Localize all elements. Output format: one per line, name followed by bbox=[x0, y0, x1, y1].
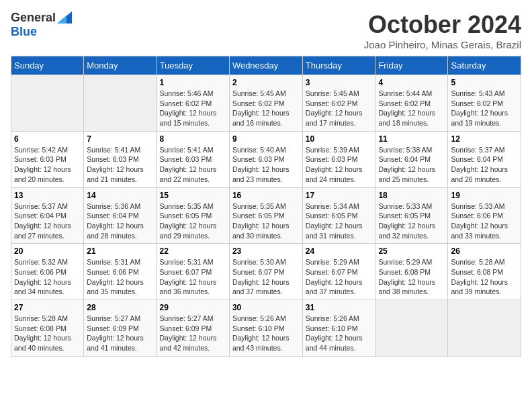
calendar-cell: 2Sunrise: 5:45 AMSunset: 6:02 PMDaylight… bbox=[229, 75, 302, 132]
day-header-tuesday: Tuesday bbox=[157, 56, 229, 75]
calendar-cell: 16Sunrise: 5:35 AMSunset: 6:05 PMDayligh… bbox=[229, 187, 302, 244]
calendar-cell: 26Sunrise: 5:28 AMSunset: 6:08 PMDayligh… bbox=[448, 244, 521, 300]
calendar-week-row: 6Sunrise: 5:42 AMSunset: 6:03 PMDaylight… bbox=[11, 131, 521, 187]
calendar-cell: 12Sunrise: 5:37 AMSunset: 6:04 PMDayligh… bbox=[448, 131, 521, 187]
month-title: October 2024 bbox=[364, 11, 521, 39]
calendar-week-row: 1Sunrise: 5:46 AMSunset: 6:02 PMDaylight… bbox=[11, 75, 521, 132]
title-section: October 2024 Joao Pinheiro, Minas Gerais… bbox=[364, 11, 521, 50]
calendar-cell: 19Sunrise: 5:33 AMSunset: 6:06 PMDayligh… bbox=[448, 187, 521, 244]
day-info: Sunrise: 5:45 AMSunset: 6:02 PMDaylight:… bbox=[232, 89, 300, 128]
day-info: Sunrise: 5:37 AMSunset: 6:04 PMDaylight:… bbox=[451, 145, 518, 185]
calendar-cell: 29Sunrise: 5:27 AMSunset: 6:09 PMDayligh… bbox=[157, 300, 229, 357]
calendar-cell: 18Sunrise: 5:33 AMSunset: 6:05 PMDayligh… bbox=[375, 187, 448, 244]
calendar-cell: 7Sunrise: 5:41 AMSunset: 6:03 PMDaylight… bbox=[84, 131, 157, 187]
calendar-cell: 5Sunrise: 5:43 AMSunset: 6:02 PMDaylight… bbox=[448, 75, 521, 132]
calendar-cell: 21Sunrise: 5:31 AMSunset: 6:06 PMDayligh… bbox=[84, 244, 157, 300]
day-info: Sunrise: 5:43 AMSunset: 6:02 PMDaylight:… bbox=[451, 89, 518, 128]
day-info: Sunrise: 5:33 AMSunset: 6:06 PMDaylight:… bbox=[451, 201, 518, 241]
day-number: 21 bbox=[87, 246, 153, 256]
day-info: Sunrise: 5:36 AMSunset: 6:04 PMDaylight:… bbox=[87, 201, 153, 241]
logo-icon bbox=[57, 11, 72, 24]
day-info: Sunrise: 5:33 AMSunset: 6:05 PMDaylight:… bbox=[378, 201, 445, 241]
day-number: 10 bbox=[306, 134, 373, 144]
day-info: Sunrise: 5:31 AMSunset: 6:06 PMDaylight:… bbox=[87, 257, 153, 297]
day-number: 6 bbox=[14, 134, 81, 144]
calendar-cell: 30Sunrise: 5:26 AMSunset: 6:10 PMDayligh… bbox=[229, 300, 302, 357]
day-info: Sunrise: 5:46 AMSunset: 6:02 PMDaylight:… bbox=[160, 89, 226, 128]
day-number: 28 bbox=[87, 303, 153, 312]
day-info: Sunrise: 5:30 AMSunset: 6:07 PMDaylight:… bbox=[232, 257, 300, 297]
location: Joao Pinheiro, Minas Gerais, Brazil bbox=[364, 39, 521, 50]
day-number: 29 bbox=[160, 303, 226, 312]
day-number: 26 bbox=[451, 246, 518, 256]
calendar-cell: 10Sunrise: 5:39 AMSunset: 6:03 PMDayligh… bbox=[302, 131, 375, 187]
calendar-cell: 28Sunrise: 5:27 AMSunset: 6:09 PMDayligh… bbox=[84, 300, 157, 357]
day-number: 4 bbox=[378, 78, 445, 87]
day-header-friday: Friday bbox=[375, 56, 448, 75]
calendar-cell: 1Sunrise: 5:46 AMSunset: 6:02 PMDaylight… bbox=[157, 75, 229, 132]
calendar-cell: 24Sunrise: 5:29 AMSunset: 6:07 PMDayligh… bbox=[302, 244, 375, 300]
day-number: 2 bbox=[232, 78, 300, 87]
day-number: 11 bbox=[378, 134, 445, 144]
calendar-cell: 4Sunrise: 5:44 AMSunset: 6:02 PMDaylight… bbox=[375, 75, 448, 132]
day-number: 24 bbox=[306, 246, 373, 256]
calendar-week-row: 13Sunrise: 5:37 AMSunset: 6:04 PMDayligh… bbox=[11, 187, 521, 244]
day-number: 17 bbox=[306, 191, 373, 200]
day-header-saturday: Saturday bbox=[448, 56, 521, 75]
day-number: 16 bbox=[232, 191, 300, 200]
day-header-thursday: Thursday bbox=[302, 56, 375, 75]
calendar-week-row: 27Sunrise: 5:28 AMSunset: 6:08 PMDayligh… bbox=[11, 300, 521, 357]
day-number: 12 bbox=[451, 134, 518, 144]
calendar-cell bbox=[84, 75, 157, 132]
day-info: Sunrise: 5:32 AMSunset: 6:06 PMDaylight:… bbox=[14, 257, 81, 297]
calendar-cell: 6Sunrise: 5:42 AMSunset: 6:03 PMDaylight… bbox=[11, 131, 84, 187]
day-info: Sunrise: 5:37 AMSunset: 6:04 PMDaylight:… bbox=[14, 201, 81, 241]
calendar-cell bbox=[11, 75, 84, 132]
day-header-sunday: Sunday bbox=[11, 56, 84, 75]
calendar-cell: 27Sunrise: 5:28 AMSunset: 6:08 PMDayligh… bbox=[11, 300, 84, 357]
day-info: Sunrise: 5:42 AMSunset: 6:03 PMDaylight:… bbox=[14, 145, 81, 185]
day-info: Sunrise: 5:31 AMSunset: 6:07 PMDaylight:… bbox=[160, 257, 226, 297]
page-header: General Blue October 2024 Joao Pinheiro,… bbox=[11, 11, 521, 50]
day-info: Sunrise: 5:27 AMSunset: 6:09 PMDaylight:… bbox=[87, 314, 153, 353]
day-info: Sunrise: 5:28 AMSunset: 6:08 PMDaylight:… bbox=[14, 314, 81, 353]
day-number: 9 bbox=[232, 134, 300, 144]
day-number: 14 bbox=[87, 191, 153, 200]
day-number: 23 bbox=[232, 246, 300, 256]
calendar-cell: 23Sunrise: 5:30 AMSunset: 6:07 PMDayligh… bbox=[229, 244, 302, 300]
day-number: 25 bbox=[378, 246, 445, 256]
calendar-cell: 25Sunrise: 5:29 AMSunset: 6:08 PMDayligh… bbox=[375, 244, 448, 300]
calendar-cell: 17Sunrise: 5:34 AMSunset: 6:05 PMDayligh… bbox=[302, 187, 375, 244]
calendar-cell: 3Sunrise: 5:45 AMSunset: 6:02 PMDaylight… bbox=[302, 75, 375, 132]
day-header-monday: Monday bbox=[84, 56, 157, 75]
day-header-wednesday: Wednesday bbox=[229, 56, 302, 75]
day-info: Sunrise: 5:34 AMSunset: 6:05 PMDaylight:… bbox=[306, 201, 373, 241]
logo: General Blue bbox=[11, 11, 72, 39]
calendar-cell: 15Sunrise: 5:35 AMSunset: 6:05 PMDayligh… bbox=[157, 187, 229, 244]
calendar-cell: 11Sunrise: 5:38 AMSunset: 6:04 PMDayligh… bbox=[375, 131, 448, 187]
day-number: 20 bbox=[14, 246, 81, 256]
day-info: Sunrise: 5:28 AMSunset: 6:08 PMDaylight:… bbox=[451, 257, 518, 297]
calendar-cell bbox=[448, 300, 521, 357]
day-number: 7 bbox=[87, 134, 153, 144]
calendar-cell: 13Sunrise: 5:37 AMSunset: 6:04 PMDayligh… bbox=[11, 187, 84, 244]
day-number: 22 bbox=[160, 246, 226, 256]
day-info: Sunrise: 5:26 AMSunset: 6:10 PMDaylight:… bbox=[306, 314, 373, 353]
day-number: 30 bbox=[232, 303, 300, 312]
calendar-cell: 20Sunrise: 5:32 AMSunset: 6:06 PMDayligh… bbox=[11, 244, 84, 300]
calendar-header-row: SundayMondayTuesdayWednesdayThursdayFrid… bbox=[11, 56, 521, 75]
calendar-cell: 31Sunrise: 5:26 AMSunset: 6:10 PMDayligh… bbox=[302, 300, 375, 357]
calendar-cell bbox=[375, 300, 448, 357]
day-number: 18 bbox=[378, 191, 445, 200]
logo-blue: Blue bbox=[11, 25, 37, 38]
day-info: Sunrise: 5:35 AMSunset: 6:05 PMDaylight:… bbox=[232, 201, 300, 241]
day-number: 5 bbox=[451, 78, 518, 87]
day-number: 3 bbox=[306, 78, 373, 87]
day-info: Sunrise: 5:40 AMSunset: 6:03 PMDaylight:… bbox=[232, 145, 300, 185]
day-info: Sunrise: 5:29 AMSunset: 6:07 PMDaylight:… bbox=[306, 257, 373, 297]
calendar-cell: 8Sunrise: 5:41 AMSunset: 6:03 PMDaylight… bbox=[157, 131, 229, 187]
day-number: 19 bbox=[451, 191, 518, 200]
day-number: 8 bbox=[160, 134, 226, 144]
logo-general: General bbox=[11, 11, 56, 25]
day-info: Sunrise: 5:29 AMSunset: 6:08 PMDaylight:… bbox=[378, 257, 445, 297]
